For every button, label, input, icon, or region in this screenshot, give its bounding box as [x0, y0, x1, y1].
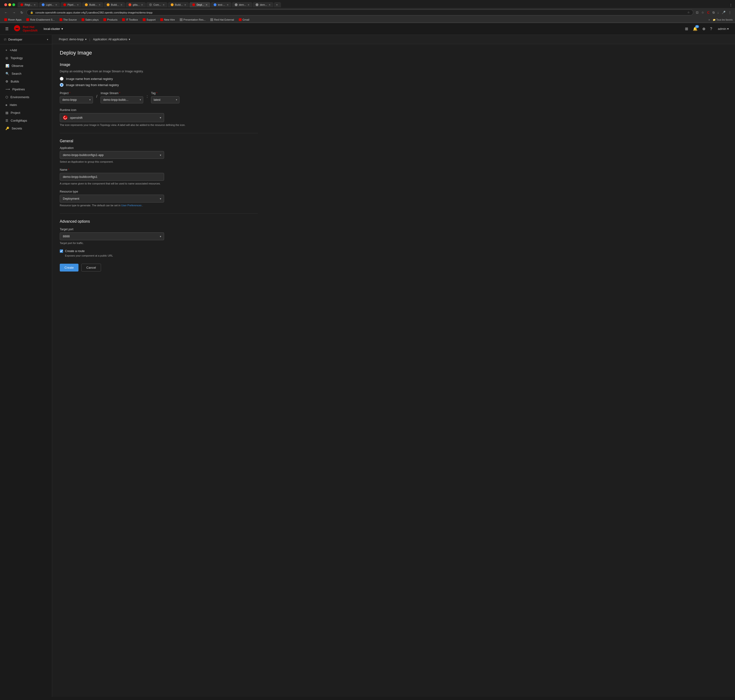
browser-tab-8[interactable]: Build... ✕ — [168, 2, 189, 7]
mic-btn[interactable]: 🎤 — [721, 10, 726, 15]
cancel-button[interactable]: Cancel — [81, 264, 101, 272]
tab-close-5[interactable]: ✕ — [121, 4, 122, 6]
more-btn[interactable]: ⋮ — [728, 10, 732, 15]
sidebar-item-project[interactable]: ▤ Project — [0, 109, 52, 117]
sidebar-item-builds[interactable]: ⚙ Builds — [0, 78, 52, 85]
project-icon: ▤ — [6, 111, 8, 115]
tab-favicon-7 — [149, 3, 152, 6]
sidebar-item-add[interactable]: + +Add — [0, 46, 52, 54]
browser-tab-2[interactable]: Light... ✕ — [39, 2, 60, 7]
tab-close-11[interactable]: ✕ — [247, 4, 250, 6]
tab-close-3[interactable]: ✕ — [77, 4, 79, 6]
bookmark-new-hire[interactable]: New Hire — [159, 18, 176, 22]
browser-tab-4[interactable]: Build... ✕ — [82, 2, 103, 7]
tab-close-4[interactable]: ✕ — [98, 4, 100, 6]
create-route-checkbox-row[interactable]: Create a route — [60, 249, 258, 253]
star-icon[interactable]: ☆ — [687, 11, 690, 14]
sidebar-item-observe[interactable]: 📊 Observe — [0, 62, 52, 70]
browser-tab-7[interactable]: Com... ✕ — [146, 2, 167, 7]
sidebar-item-configmaps[interactable]: ☰ ConfigMaps — [0, 117, 52, 125]
image-stream-select[interactable]: demo-bnpp-buildc... — [100, 96, 143, 103]
sidebar-item-secrets[interactable]: 🔑 Secrets — [0, 125, 52, 132]
tab-close-12[interactable]: ✕ — [269, 4, 270, 6]
url-bar[interactable]: 🔒 console-openshift-console.apps.cluster… — [26, 9, 693, 15]
cluster-selector-btn[interactable]: local-cluster ▾ — [41, 26, 65, 32]
create-button[interactable]: Create — [60, 264, 78, 272]
target-port-select[interactable]: 8888 — [60, 232, 164, 240]
tab-close-8[interactable]: ✕ — [184, 4, 186, 6]
browser-tab-10[interactable]: test-... ✕ — [211, 2, 231, 7]
new-tab-btn[interactable]: + — [274, 2, 281, 7]
tag-select[interactable]: latest — [151, 96, 179, 103]
tab-label-12: dem... — [260, 3, 267, 6]
tab-close-6[interactable]: ✕ — [141, 4, 143, 6]
perspective-selector[interactable]: ⟨/⟩ Developer ▾ — [0, 35, 52, 44]
internal-registry-radio[interactable] — [60, 83, 63, 87]
grid-icon-btn[interactable]: ⊞ — [684, 25, 689, 32]
tab-close-7[interactable]: ✕ — [163, 4, 165, 6]
tab-close-1[interactable]: ✕ — [34, 4, 35, 6]
bookmark-sales-plays[interactable]: Sales plays — [80, 18, 100, 22]
create-route-checkbox[interactable] — [60, 250, 63, 253]
user-preferences-link[interactable]: User Preferences — [121, 204, 141, 207]
back-btn[interactable]: ← — [3, 10, 9, 15]
application-field: Application demo-bnpp-buildconfigs1-app … — [60, 146, 258, 163]
add-icon-btn[interactable]: ⊕ — [701, 25, 707, 32]
browser-tab-11[interactable]: dem... ✕ — [232, 2, 253, 7]
reload-btn[interactable]: ↻ — [19, 10, 25, 15]
user-menu[interactable]: admin ▾ — [716, 26, 731, 32]
project-selector[interactable]: Project: demo-bnpp ▾ — [57, 37, 88, 42]
bookmark-support[interactable]: Support — [141, 18, 158, 22]
resource-type-select[interactable]: Deployment — [60, 195, 164, 203]
bookmark-rover-apps[interactable]: Rover Apps — [2, 18, 24, 22]
bookmark-products[interactable]: Products — [101, 18, 119, 22]
bell-icon-btn[interactable]: 🔔 5 — [691, 25, 699, 32]
browser-tab-3[interactable]: Pipel... ✕ — [60, 2, 82, 7]
close-window-btn[interactable] — [4, 3, 7, 6]
tab-close-9[interactable]: ✕ — [206, 4, 207, 6]
extensions-btn[interactable]: ⧉ — [712, 10, 715, 15]
sidebar-item-environments[interactable]: ⬡ Environments — [0, 93, 52, 101]
app-body: ⟨/⟩ Developer ▾ + +Add ◎ Topology 📊 Obse… — [0, 35, 735, 697]
browser-tab-5[interactable]: Build... ✕ — [104, 2, 125, 7]
name-input[interactable] — [60, 173, 164, 181]
bookmark-red-hat-external[interactable]: Red Hat External — [209, 18, 236, 22]
browser-tab-9[interactable]: Depl... ✕ — [190, 2, 210, 7]
sidebar-item-search[interactable]: 🔍 Search — [0, 70, 52, 78]
nav-toggle-btn[interactable]: ☰ — [4, 25, 10, 32]
translate-btn[interactable]: ⊡ — [695, 10, 699, 15]
help-icon-btn[interactable]: ? — [709, 25, 714, 32]
sidebar-item-topology[interactable]: ◎ Topology — [0, 54, 52, 62]
bookmark-gmail[interactable]: Gmail — [237, 18, 251, 22]
browser-tab-12[interactable]: dem... ✕ — [253, 2, 273, 7]
external-registry-option[interactable]: Image name from external registry — [60, 77, 258, 81]
bookmarks-all-btn[interactable]: 📁 Tous les favoris — [713, 19, 733, 21]
bookmark-it-toolbox[interactable]: IT Toolbox — [120, 18, 140, 22]
bookmark-role-enablement[interactable]: Role Enablement S... — [24, 18, 57, 22]
external-registry-radio[interactable] — [60, 77, 63, 81]
sidebar-item-helm[interactable]: ⎈ Helm — [0, 101, 52, 109]
maximize-window-btn[interactable] — [12, 3, 15, 6]
app-selector[interactable]: Application: All applications ▾ — [91, 37, 132, 42]
tab-list-btn[interactable]: ⋮ — [729, 2, 733, 7]
internal-registry-option[interactable]: Image stream tag from internal registry — [60, 83, 258, 87]
download-btn[interactable]: ↓ — [717, 10, 720, 15]
runtime-icon-selector[interactable]: openshift ▾ — [60, 113, 164, 122]
bookmarks-overflow-btn[interactable]: » — [709, 18, 710, 21]
advanced-section-title: Advanced options — [60, 219, 258, 224]
bookmark-btn[interactable]: ☆ — [701, 10, 705, 15]
browser-tab-1[interactable]: Règl... ✕ — [18, 2, 38, 7]
minimize-window-btn[interactable] — [8, 3, 11, 6]
project-select[interactable]: demo-bnpp — [60, 96, 93, 103]
forward-btn[interactable]: → — [11, 10, 17, 15]
browser-chrome: Règl... ✕ Light... ✕ Pipel... ✕ Build...… — [0, 0, 735, 23]
bookmark-presentation[interactable]: Presentation Res... — [178, 18, 208, 22]
application-select[interactable]: demo-bnpp-buildconfigs1-app — [60, 151, 164, 159]
sidebar-item-pipelines[interactable]: ⟶ Pipelines — [0, 85, 52, 93]
tab-close-2[interactable]: ✕ — [55, 4, 57, 6]
bookmark-the-source[interactable]: The Source — [57, 18, 79, 22]
profile-btn[interactable]: C — [706, 10, 710, 15]
browser-tab-6[interactable]: gitla... ✕ — [126, 2, 146, 7]
tab-close-10[interactable]: ✕ — [227, 4, 229, 6]
tab-favicon-1 — [21, 3, 23, 6]
